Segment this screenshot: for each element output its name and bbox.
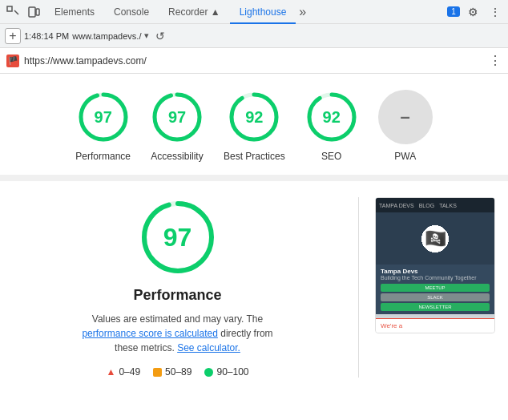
thumbnail-nav-text-2: BLOG [419,203,434,208]
pirate-logo-icon: 🏴‍☠️ [419,223,451,255]
score-label-seo: SEO [321,151,341,162]
score-label-performance: Performance [75,151,131,162]
tab-lighthouse[interactable]: Lighthouse [230,0,296,24]
legend-average: 50–89 [153,366,192,378]
devtools-right-icons: 1 ⚙ ⋮ [447,2,505,22]
legend-square-icon [153,368,162,377]
score-label-pwa: PWA [394,151,416,162]
url-dropdown-icon[interactable]: ▾ [144,30,149,41]
legend: ▲ 0–49 50–89 90–100 [106,366,248,378]
score-value-performance: 97 [95,108,112,127]
score-label-best-practices: Best Practices [224,151,285,162]
thumbnail-site-title: Tampa Devs [381,268,490,275]
detail-left: 97 Performance Values are estimated and … [13,197,342,378]
address-bar-more-icon[interactable]: ⋮ [489,53,502,68]
inspect-icon[interactable] [3,2,22,22]
scores-panel: 97 Performance 97 Accessibility [0,74,508,181]
detail-panel: 97 Performance Values are estimated and … [0,181,508,394]
detail-right: TAMPA DEVS BLOG TALKS 🏴‍☠️ Tampa Devs Bu… [375,197,495,378]
thumbnail-hero: 🏴‍☠️ [376,212,494,265]
score-circle-seo: 92 [304,90,359,144]
reload-icon[interactable]: ↺ [152,28,168,44]
score-circle-accessibility: 97 [150,90,204,144]
thumbnail-slack-btn: SLACK [381,293,490,301]
score-accessibility: 97 Accessibility [150,90,204,162]
calculator-link[interactable]: See calculator. [177,342,240,353]
thumbnail-newsletter-btn: NEWSLETTER [381,303,490,311]
time-url-info: 1:48:14 PM www.tampadevs./ ▾ [24,30,149,41]
devtools-tabs: Elements Console Recorder ▲ Lighthouse » [45,0,446,24]
score-value-accessibility: 97 [168,108,186,127]
big-score-circle: 97 [138,197,218,277]
tab-recorder[interactable]: Recorder ▲ [159,0,230,24]
site-favicon: 🏴 [6,55,19,67]
thumbnail-site-subtitle: Building the Tech Community Together [381,275,490,281]
new-tab-button[interactable]: + [5,28,21,44]
legend-triangle-icon: ▲ [106,366,115,378]
score-circle-best-practices: 92 [227,90,281,144]
more-icon[interactable]: ⋮ [486,2,505,22]
actual-address-bar: 🏴 https://www.tampadevs.com/ ⋮ [0,48,508,74]
score-value-seo: 92 [323,108,341,127]
score-value-pwa: – [401,107,410,127]
more-tabs-icon[interactable]: » [296,5,309,19]
legend-average-range: 50–89 [165,366,192,378]
svg-rect-0 [7,6,12,11]
score-seo: 92 SEO [304,90,359,162]
device-icon[interactable] [24,2,43,22]
score-circle-pwa: – [378,90,433,144]
devtools-tab-bar: Elements Console Recorder ▲ Lighthouse »… [0,0,508,24]
score-pwa: – PWA [378,90,433,162]
score-circle-performance: 97 [76,90,131,144]
score-label-accessibility: Accessibility [151,151,203,162]
main-content: 97 Performance 97 Accessibility [0,74,508,420]
tab-elements[interactable]: Elements [45,0,104,24]
legend-poor-range: 0–49 [119,366,140,378]
big-score-value: 97 [163,223,192,252]
badge-count: 1 [447,6,460,17]
thumbnail-nav-text-1: TAMPA DEVS [379,203,414,208]
thumbnail-bottom-text: We're a [376,318,494,333]
thumbnail-meetup-btn: MEETUP [381,284,490,292]
separator [358,197,359,378]
nav-bar: + 1:48:14 PM www.tampadevs./ ▾ ↺ [0,24,508,48]
url-full-text[interactable]: https://www.tampadevs.com/ [24,55,484,67]
perf-score-link[interactable]: performance score is calculated [82,328,217,339]
settings-icon[interactable]: ⚙ [463,2,482,22]
url-short: www.tampadevs./ [72,31,141,41]
score-performance: 97 Performance [75,90,131,162]
score-best-practices: 92 Best Practices [224,90,285,162]
thumbnail-buttons: MEETUP SLACK NEWSLETTER [381,284,490,311]
legend-poor: ▲ 0–49 [106,366,140,378]
svg-rect-2 [29,7,35,17]
svg-rect-3 [36,9,39,15]
legend-good: 90–100 [204,366,248,378]
legend-circle-icon [204,368,213,377]
detail-title: Performance [133,287,221,304]
legend-good-range: 90–100 [216,366,248,378]
thumbnail-nav-text-3: TALKS [439,203,457,208]
thumbnail-text-area: Tampa Devs Building the Tech Community T… [376,265,494,314]
tab-console[interactable]: Console [104,0,159,24]
desc-text: Values are estimated and may vary. The [92,313,263,325]
score-value-best-practices: 92 [245,108,263,127]
site-thumbnail: TAMPA DEVS BLOG TALKS 🏴‍☠️ Tampa Devs Bu… [375,197,495,333]
perf-description: Values are estimated and may vary. The p… [74,312,282,355]
time-display: 1:48:14 PM [24,31,69,41]
thumbnail-nav: TAMPA DEVS BLOG TALKS [376,198,494,212]
svg-line-1 [14,10,18,14]
